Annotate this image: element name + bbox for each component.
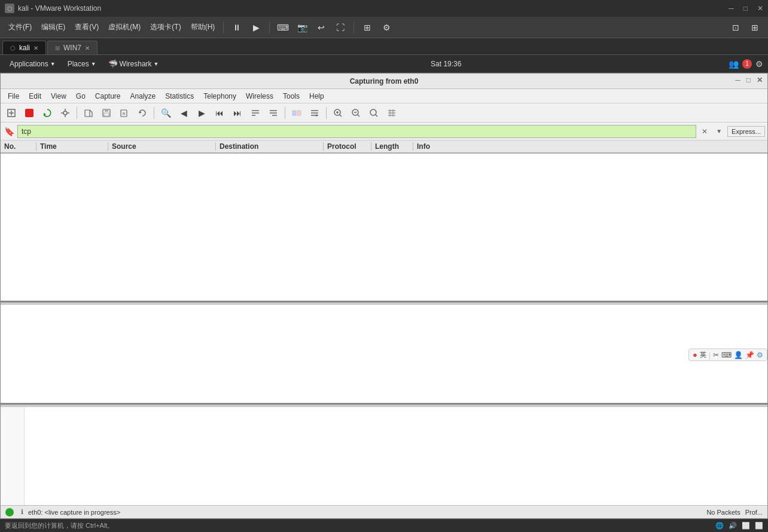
vmware-window: ⬡ kali - VMware Workstation ─ □ ✕ 文件(F) …: [0, 0, 768, 532]
send-ctrl-alt-del[interactable]: ⌨: [275, 20, 291, 35]
ws-menu-analyze[interactable]: Analyze: [126, 91, 161, 102]
kali-desktop: Applications ▼ Places ▼ 🦈 Wireshark ▼ Sa…: [0, 55, 768, 532]
zoom-in-btn[interactable]: [330, 105, 346, 121]
svg-line-34: [358, 114, 360, 117]
sep2: [154, 107, 154, 119]
find-packet-btn[interactable]: 🔍: [157, 105, 174, 121]
input-method-icon-3[interactable]: ⌨: [721, 351, 732, 359]
vmware-menu-help[interactable]: 帮助(H): [187, 21, 219, 33]
vmware-menu-edit[interactable]: 编辑(E): [38, 21, 69, 33]
next-packet-btn[interactable]: ▶: [193, 105, 210, 121]
input-method-icon-6[interactable]: ⚙: [757, 351, 763, 359]
ws-maximize-btn[interactable]: □: [746, 76, 751, 84]
col-length[interactable]: Length: [371, 142, 413, 151]
places-menu[interactable]: Places ▼: [63, 59, 101, 69]
col-no[interactable]: No.: [1, 142, 36, 151]
capture-options-btn[interactable]: [57, 105, 74, 121]
tab-win7-close[interactable]: ✕: [85, 45, 90, 51]
capture-info-btn[interactable]: ℹ: [21, 508, 23, 516]
vmware-toolbar: 文件(F) 编辑(E) 查看(V) 虚拟机(M) 选项卡(T) 帮助(H) ⏸ …: [0, 17, 768, 38]
applications-menu[interactable]: Applications ▼: [5, 59, 60, 69]
filter-express-btn[interactable]: Express...: [727, 126, 765, 137]
ws-menu-file[interactable]: File: [3, 91, 24, 102]
svg-marker-28: [316, 114, 318, 117]
revert-btn[interactable]: ↩: [313, 20, 330, 35]
autofit-btn[interactable]: ⊞: [746, 20, 763, 35]
col-protocol[interactable]: Protocol: [324, 142, 371, 151]
filter-clear-btn[interactable]: ✕: [699, 126, 711, 137]
snapshot-btn[interactable]: 📷: [294, 20, 310, 35]
ws-menu-statistics[interactable]: Statistics: [160, 91, 199, 102]
reload-btn[interactable]: [134, 105, 151, 121]
vmware-menu-file[interactable]: 文件(F): [5, 21, 35, 33]
stop-capture-btn[interactable]: [21, 105, 38, 121]
last-packet-btn[interactable]: ⏭: [229, 105, 246, 121]
svg-rect-11: [105, 109, 108, 112]
close-file-btn[interactable]: [116, 105, 133, 121]
vmware-menu-tabs[interactable]: 选项卡(T): [147, 21, 184, 33]
ws-menu-telephony[interactable]: Telephony: [199, 91, 241, 102]
save-file-btn[interactable]: [98, 105, 115, 121]
tab-win7[interactable]: ⊞ WIN7 ✕: [47, 41, 97, 54]
ws-menu-go[interactable]: Go: [71, 91, 90, 102]
first-packet-btn[interactable]: ⏮: [211, 105, 228, 121]
ws-toolbar: 🔍 ◀ ▶ ⏮ ⏭: [1, 103, 767, 123]
fit-guest-btn[interactable]: ⊡: [727, 20, 744, 35]
ws-menu-view[interactable]: View: [46, 91, 71, 102]
ws-close-btn[interactable]: ✕: [757, 76, 763, 84]
packet-list[interactable]: [1, 154, 767, 302]
toolbar-separator: [223, 22, 224, 33]
col-destination[interactable]: Destination: [216, 142, 324, 151]
zoom-out-btn[interactable]: [348, 105, 364, 121]
settings-icon[interactable]: ⚙: [755, 59, 763, 69]
restart-capture-btn[interactable]: [39, 105, 56, 121]
input-method-icon-5[interactable]: 📌: [745, 351, 754, 359]
packet-detail-pane[interactable]: ● 英 | ✂ ⌨ 👤 📌 ⚙: [1, 305, 767, 405]
unity-btn[interactable]: ⊞: [359, 20, 376, 35]
wireshark-arrow: ▼: [154, 61, 159, 67]
hex-content[interactable]: [25, 407, 767, 505]
svg-rect-12: [104, 113, 109, 116]
prev-packet-btn[interactable]: ◀: [175, 105, 192, 121]
power-btn[interactable]: ⏸: [228, 20, 245, 35]
settings-btn[interactable]: ⚙: [378, 20, 395, 35]
close-button[interactable]: ✕: [757, 4, 763, 13]
filter-bookmark-btn[interactable]: 🔖: [3, 126, 15, 137]
capture-status: eth0: <live capture in progress>: [28, 509, 120, 516]
wireshark-menu[interactable]: 🦈 Wireshark ▼: [103, 58, 164, 69]
ws-menu-help[interactable]: Help: [304, 91, 329, 102]
users-icon[interactable]: 👥: [729, 59, 739, 69]
tab-kali-close[interactable]: ✕: [33, 45, 38, 51]
vmware-menu-vm[interactable]: 虚拟机(M): [105, 21, 144, 33]
col-source[interactable]: Source: [108, 142, 216, 151]
tab-kali-icon: ⬡: [10, 45, 16, 51]
resize-columns-btn[interactable]: [383, 105, 400, 121]
wireshark-label: Wireshark: [120, 60, 152, 68]
vmware-menu-view[interactable]: 查看(V): [71, 21, 102, 33]
filter-dropdown-btn[interactable]: ▼: [713, 126, 725, 137]
open-file-btn[interactable]: [80, 105, 97, 121]
fullscreen-btn[interactable]: ⛶: [332, 20, 349, 35]
normal-size-btn[interactable]: [365, 105, 382, 121]
input-method-lang[interactable]: 英: [700, 350, 706, 359]
maximize-button[interactable]: □: [743, 4, 748, 13]
ws-menu-edit[interactable]: Edit: [24, 91, 46, 102]
col-info[interactable]: Info: [413, 142, 767, 151]
resume-btn[interactable]: ▶: [248, 20, 264, 35]
new-capture-btn[interactable]: [3, 105, 20, 121]
go-forward-btn[interactable]: [265, 105, 282, 121]
colorize-btn[interactable]: [288, 105, 305, 121]
ws-minimize-btn[interactable]: ─: [735, 76, 740, 84]
input-method-icon-2[interactable]: ✂: [713, 351, 719, 359]
minimize-button[interactable]: ─: [729, 4, 734, 13]
tab-kali[interactable]: ⬡ kali ✕: [2, 41, 46, 54]
go-back-btn[interactable]: [247, 105, 264, 121]
col-time[interactable]: Time: [36, 142, 108, 151]
autoscroll-btn[interactable]: [306, 105, 323, 121]
ws-menu-capture[interactable]: Capture: [90, 91, 126, 102]
ws-menu-tools[interactable]: Tools: [278, 91, 304, 102]
input-method-icon-4[interactable]: 👤: [734, 351, 743, 359]
ws-menu-wireless[interactable]: Wireless: [241, 91, 278, 102]
filter-input[interactable]: [17, 125, 696, 138]
input-method-icon-1[interactable]: ●: [693, 350, 697, 359]
